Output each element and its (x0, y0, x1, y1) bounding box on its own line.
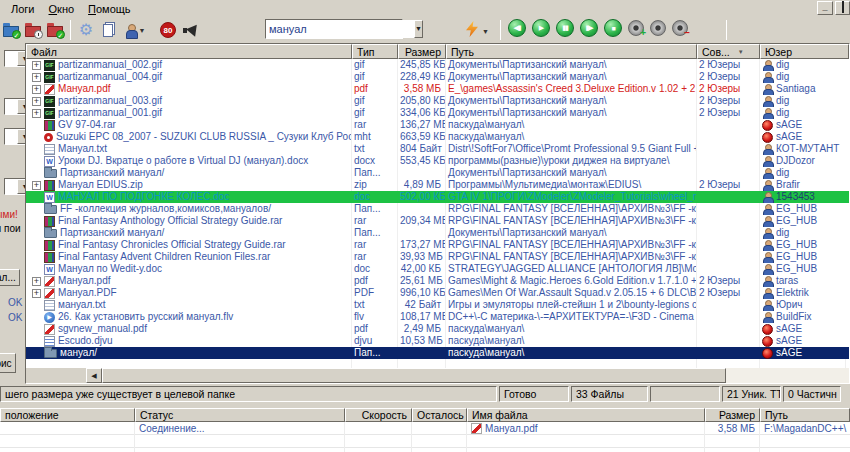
expand-icon[interactable]: + (32, 97, 41, 106)
result-row[interactable]: WМануал по Wedit-у.docdoc42,00 КБSTRATEG… (26, 263, 849, 275)
column-header-1[interactable]: Тип (352, 44, 398, 59)
rar-file-icon (44, 240, 55, 251)
result-row[interactable]: WМАНУАЛ ПО ПОДГОНКЕ КОЛЕС.docdoc502,00 К… (26, 191, 849, 203)
transfer-column-1[interactable]: Статус (135, 408, 345, 422)
result-row[interactable]: +Мануал.pdfpdf3,58 МБE_\games\Assassin's… (26, 83, 849, 95)
cell-size (398, 167, 446, 179)
result-row[interactable]: +GIFpartizanmanual_002.gifgif245,85 КБДо… (26, 59, 849, 71)
result-row[interactable]: sgvnew_manual.pdfpdf2,49 МБпаскуда\мануа… (26, 323, 849, 335)
expand-icon[interactable]: + (32, 277, 41, 286)
result-row[interactable]: Suzuki EPC 08_2007 - SUZUKI CLUB RUSSIA … (26, 131, 849, 143)
result-row[interactable]: ▶26. Как установить русский мануал.flvfl… (26, 311, 849, 323)
transfer-column-2[interactable]: Скорость (345, 408, 412, 422)
scroll-left-button[interactable]: ◀ (86, 368, 102, 383)
file-name: Final Fantasy Advent Children Reunion Fi… (58, 251, 270, 262)
users-button[interactable]: ▼ (119, 19, 151, 41)
settings-button[interactable]: ⚙ (75, 19, 97, 41)
result-row[interactable]: +Мануал EDIUS.zipzip4,89 МБПрограммы\Мул… (26, 179, 849, 191)
hub-reconnect-button[interactable] (22, 19, 44, 41)
file-name: FF -коллекция журналов,комиксов,мануалов… (60, 203, 271, 214)
result-row[interactable]: +GIFpartizanmanual_001.gifgif334,06 КБДо… (26, 107, 849, 119)
cell-location (0, 422, 135, 435)
volume-up-button[interactable]: + (628, 20, 644, 36)
volume-button[interactable] (650, 20, 666, 36)
expand-icon[interactable]: + (32, 73, 41, 82)
file-type-dropdown[interactable]: ▼ (4, 178, 25, 195)
away-button[interactable] (179, 19, 201, 41)
menu-window[interactable]: Окно (42, 2, 82, 16)
cell-path: Документы\Партизанский мануал\ (446, 227, 697, 239)
search-input[interactable] (266, 20, 414, 38)
size-unit-dropdown[interactable]: ▼ (4, 128, 25, 145)
speed-limit-button[interactable]: 80 (157, 19, 179, 41)
volume-down-button[interactable]: − (672, 20, 688, 36)
flash-dropdown-icon[interactable]: ▼ (482, 28, 489, 35)
size-mode-dropdown[interactable]: ▼ (4, 98, 25, 115)
cell-user: EG_HUB (760, 215, 849, 227)
expand-icon[interactable]: + (32, 181, 41, 190)
media-play-button[interactable]: ▶ (532, 19, 550, 37)
cell-size: 3,58 МБ (398, 83, 446, 95)
search-dropdown-button[interactable]: ▼ (414, 20, 423, 38)
expand-icon[interactable]: + (32, 61, 41, 70)
result-row[interactable]: Final Fantasy Anthology Official Strateg… (26, 215, 849, 227)
result-row[interactable]: FF -коллекция журналов,комиксов,мануалов… (26, 203, 849, 215)
result-row[interactable]: Партизанский мануал/Пап...Документы\Парт… (26, 167, 849, 179)
result-row[interactable]: +Мануал.PDFPDF996,10 КБGames\Men Of War.… (26, 287, 849, 299)
column-header-2[interactable]: Размер (398, 44, 446, 59)
column-header-0[interactable]: Файл (26, 44, 352, 59)
fireball-user-icon (762, 120, 773, 131)
result-row[interactable]: GV 97-04.rarrar136,27 МБпаскуда\мануал\s… (26, 119, 849, 131)
cell-user: sAGE (760, 335, 849, 347)
search-option-dropdown[interactable]: ▼ (4, 50, 25, 67)
menu-help[interactable]: Помощь (81, 2, 138, 16)
flv-file-icon: ▶ (44, 312, 55, 323)
media-next-button[interactable]: ▮▶ (580, 19, 598, 37)
flash-icon[interactable] (466, 21, 478, 37)
rar-file-icon (44, 216, 55, 227)
search-combo: ▼ (265, 19, 403, 39)
result-row[interactable]: WУроки DJ. Вкратце о работе в Virtual DJ… (26, 155, 849, 167)
search-button[interactable]: поис (0, 353, 16, 373)
result-row[interactable]: +GIFpartizanmanual_004.gifgif228,49 КБДо… (26, 71, 849, 83)
hub-connect-button[interactable]: ✓ (0, 19, 22, 41)
manual-button[interactable]: ал... (0, 269, 20, 286)
expand-icon[interactable]: + (32, 289, 41, 298)
media-stop-button[interactable]: ■ (604, 19, 622, 37)
column-header-5[interactable]: Юзер (760, 44, 849, 59)
horizontal-scrollbar[interactable]: ◀ (26, 368, 849, 383)
result-row[interactable]: Escudo.djvudjvu10,53 МБпаскуда\мануал\sA… (26, 335, 849, 347)
cell-file: +GIFpartizanmanual_003.gif (26, 95, 352, 107)
scrollbar-thumb[interactable] (102, 368, 726, 383)
result-row[interactable]: мануал/Пап...паскуда\мануал\sAGE (26, 347, 849, 359)
transfer-column-4[interactable]: Имя файла (467, 408, 705, 422)
media-pause-button[interactable]: ▮▮ (556, 19, 574, 37)
restore-button[interactable] (835, 1, 850, 15)
result-row[interactable]: Мануал.txttxt804 БайтDistr\!SoftFor7\Off… (26, 143, 849, 155)
transfer-column-0[interactable]: положение (0, 408, 135, 422)
result-row[interactable]: +Мануал.pdfpdf25,61 МБGames\Might & Magi… (26, 275, 849, 287)
cell-slots: 2 Юзеры (697, 71, 760, 83)
transfer-row[interactable]: Соединение...Мануал.pdf3,58 МБF:\Magadan… (0, 422, 850, 435)
cell-speed (345, 422, 412, 435)
result-row[interactable]: Final Fantasy Chronicles Official Strate… (26, 239, 849, 251)
transfer-column-6[interactable]: Путь (760, 408, 850, 422)
cell-user: dig (760, 167, 849, 179)
transfer-column-3[interactable]: Осталось (412, 408, 467, 422)
result-row[interactable]: Партизанский мануал/Пап...Документы\Парт… (26, 227, 849, 239)
cell-size: 804 Байт (398, 143, 446, 155)
result-row[interactable]: мануал.txttxt42 БайтИгры и эмуляторы пле… (26, 299, 849, 311)
toolbar-separator (70, 20, 71, 40)
result-row[interactable]: +GIFpartizanmanual_003.gifgif205,80 КБДо… (26, 95, 849, 107)
transfer-column-5[interactable]: Размер (705, 408, 760, 422)
expand-icon[interactable]: + (32, 109, 41, 118)
result-row[interactable]: Final Fantasy Advent Children Reunion Fi… (26, 251, 849, 263)
copy-button[interactable] (97, 19, 119, 41)
favorite-hubs-button[interactable]: ✓ (44, 19, 66, 41)
media-prev-button[interactable]: ◀▮ (508, 19, 526, 37)
minimize-button[interactable]: _ (817, 1, 833, 15)
expand-icon[interactable]: + (32, 85, 41, 94)
menu-logs[interactable]: Логи (4, 2, 42, 16)
column-header-4[interactable]: Сов...▼ (697, 44, 760, 59)
column-header-3[interactable]: Путь (446, 44, 697, 59)
